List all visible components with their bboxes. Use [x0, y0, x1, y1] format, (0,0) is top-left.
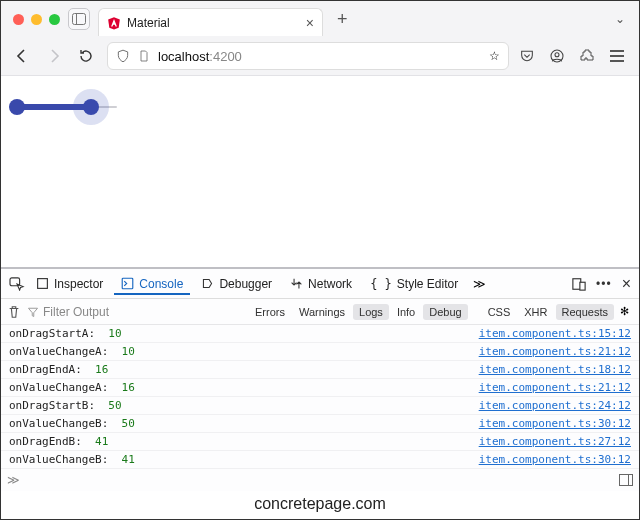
braces-icon: { } [370, 277, 392, 291]
console-msg: onValueChangeB: 50 [9, 417, 135, 430]
tabs-overflow-icon[interactable]: ≫ [469, 277, 490, 291]
filter-logs[interactable]: Logs [353, 304, 389, 320]
console-source-link[interactable]: item.component.ts:30:12 [479, 417, 631, 430]
tab-console[interactable]: Console [114, 273, 190, 295]
console-output: onDragStartA: 10item.component.ts:15:12o… [1, 325, 639, 469]
account-icon[interactable] [549, 48, 569, 64]
browser-tab[interactable]: Material × [98, 8, 323, 36]
page-content [1, 76, 639, 128]
tab-inspector[interactable]: Inspector [29, 273, 110, 295]
filter-output-input[interactable]: Filter Output [27, 305, 207, 319]
responsive-mode-icon[interactable] [572, 277, 586, 291]
filter-errors[interactable]: Errors [249, 304, 291, 320]
forward-button [43, 45, 65, 67]
inspector-icon [36, 277, 49, 290]
devtools-panel: Inspector Console Debugger Network { }St… [1, 267, 639, 491]
debugger-icon [201, 277, 214, 290]
console-source-link[interactable]: item.component.ts:15:12 [479, 327, 631, 340]
back-button[interactable] [11, 45, 33, 67]
page-icon [138, 49, 150, 63]
console-prompt[interactable]: ≫ [1, 469, 639, 491]
svg-rect-11 [123, 278, 134, 289]
window-min-dot[interactable] [31, 14, 42, 25]
clear-console-icon[interactable] [7, 305, 21, 319]
console-row: onDragStartA: 10item.component.ts:15:12 [1, 325, 639, 343]
tab-title: Material [127, 16, 300, 30]
svg-point-5 [555, 53, 559, 57]
console-source-link[interactable]: item.component.ts:21:12 [479, 345, 631, 358]
reload-button[interactable] [75, 45, 97, 67]
bookmark-star-icon[interactable]: ☆ [489, 49, 500, 63]
slider-thumb-a[interactable] [9, 99, 25, 115]
filter-xhr[interactable]: XHR [518, 304, 553, 320]
extensions-icon[interactable] [579, 48, 599, 64]
console-row: onValueChangeA: 16item.component.ts:21:1… [1, 379, 639, 397]
console-msg: onDragStartB: 50 [9, 399, 122, 412]
menu-icon[interactable] [609, 49, 629, 63]
console-source-link[interactable]: item.component.ts:27:12 [479, 435, 631, 448]
filter-info[interactable]: Info [391, 304, 421, 320]
tab-style-editor[interactable]: { }Style Editor [363, 273, 465, 295]
console-row: onValueChangeB: 50item.component.ts:30:1… [1, 415, 639, 433]
svg-rect-13 [580, 282, 585, 290]
tab-debugger[interactable]: Debugger [194, 273, 279, 295]
console-msg: onDragStartA: 10 [9, 327, 122, 340]
window-close-dot[interactable] [13, 14, 24, 25]
tab-network[interactable]: Network [283, 273, 359, 295]
console-row: onDragEndB: 41item.component.ts:27:12 [1, 433, 639, 451]
console-settings-icon[interactable]: ✻ [616, 305, 633, 318]
console-msg: onDragEndB: 41 [9, 435, 108, 448]
window-max-dot[interactable] [49, 14, 60, 25]
console-msg: onDragEndA: 16 [9, 363, 108, 376]
console-msg: onValueChangeB: 41 [9, 453, 135, 466]
console-source-link[interactable]: item.component.ts:18:12 [479, 363, 631, 376]
filter-requests[interactable]: Requests [556, 304, 614, 320]
devtools-menu-icon[interactable]: ••• [596, 277, 612, 291]
console-msg: onValueChangeA: 16 [9, 381, 135, 394]
url-text: localhost:4200 [158, 49, 242, 64]
angular-favicon-icon [107, 16, 121, 30]
console-source-link[interactable]: item.component.ts:24:12 [479, 399, 631, 412]
pick-element-icon[interactable] [9, 277, 25, 291]
devtools-close-icon[interactable]: × [622, 275, 631, 293]
network-icon [290, 277, 303, 290]
console-row: onValueChangeA: 10item.component.ts:21:1… [1, 343, 639, 361]
svg-rect-14 [620, 475, 633, 486]
filter-warnings[interactable]: Warnings [293, 304, 351, 320]
filter-css[interactable]: CSS [482, 304, 517, 320]
console-row: onDragEndA: 16item.component.ts:18:12 [1, 361, 639, 379]
filter-debug[interactable]: Debug [423, 304, 467, 320]
split-console-icon[interactable] [619, 474, 633, 486]
funnel-icon [27, 306, 39, 318]
console-icon [121, 277, 134, 290]
svg-rect-0 [73, 14, 86, 25]
slider-thumb-b[interactable] [83, 99, 99, 115]
console-source-link[interactable]: item.component.ts:21:12 [479, 381, 631, 394]
sidebar-toggle-icon[interactable] [68, 8, 90, 30]
shield-icon [116, 49, 130, 63]
footer-watermark: concretepage.com [1, 491, 639, 519]
range-slider[interactable] [3, 88, 123, 128]
pocket-icon[interactable] [519, 48, 539, 64]
console-msg: onValueChangeA: 10 [9, 345, 135, 358]
console-row: onDragStartB: 50item.component.ts:24:12 [1, 397, 639, 415]
console-source-link[interactable]: item.component.ts:30:12 [479, 453, 631, 466]
svg-rect-10 [38, 279, 48, 289]
prompt-chevron-icon: ≫ [7, 473, 20, 487]
tabs-overflow-icon[interactable]: ⌄ [609, 12, 631, 26]
address-bar: localhost:4200 ☆ [1, 37, 639, 75]
console-row: onValueChangeB: 41item.component.ts:30:1… [1, 451, 639, 469]
new-tab-icon[interactable]: + [331, 9, 354, 30]
url-input[interactable]: localhost:4200 ☆ [107, 42, 509, 70]
tab-close-icon[interactable]: × [306, 15, 314, 31]
tab-bar: Material × + ⌄ [1, 1, 639, 37]
